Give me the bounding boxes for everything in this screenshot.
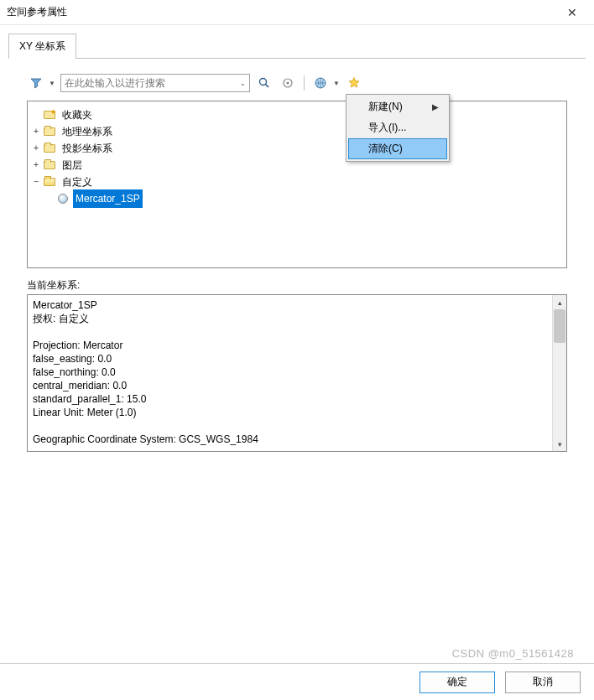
crs-std-parallel: standard_parallel_1: 15.0 xyxy=(33,393,146,405)
favorite-star-icon[interactable] xyxy=(345,74,363,92)
crs-projection: Projection: Mercator xyxy=(33,340,122,351)
folder-open-icon xyxy=(43,176,56,188)
globe-icon[interactable] xyxy=(311,74,330,92)
tree-node-layers[interactable]: + 图层 xyxy=(31,157,563,174)
menu-item-new[interactable]: 新建(N) ▶ xyxy=(348,96,447,117)
folder-icon xyxy=(43,159,56,171)
filter-icon[interactable] xyxy=(27,74,45,92)
svg-point-3 xyxy=(286,81,289,84)
dialog-button-bar: 确定 取消 xyxy=(0,663,594,700)
scroll-thumb[interactable] xyxy=(554,309,565,343)
scroll-down-icon[interactable]: ▾ xyxy=(553,437,566,451)
crs-gcs: Geographic Coordinate System: GCS_WGS_19… xyxy=(33,433,258,445)
tab-xy-coords[interactable]: XY 坐标系 xyxy=(8,34,76,59)
tree-label: 自定义 xyxy=(60,173,95,191)
tab-strip: XY 坐标系 xyxy=(0,25,594,59)
tree-label: 地理坐标系 xyxy=(60,122,115,141)
locate-icon[interactable] xyxy=(279,74,297,92)
crs-central-meridian: central_meridian: 0.0 xyxy=(33,380,127,391)
menu-item-clear[interactable]: 清除(C) xyxy=(348,138,447,159)
scroll-up-icon[interactable]: ▴ xyxy=(553,295,566,309)
crs-tree: + 收藏夹 + 地理坐标系 + 投影坐标系 + 图层 − 自定义 + Merca… xyxy=(27,101,567,268)
watermark: CSDN @m0_51561428 xyxy=(452,647,574,660)
menu-item-import[interactable]: 导入(I)... xyxy=(348,117,447,138)
search-input-wrapper: ⌄ xyxy=(60,74,250,92)
tree-label: 图层 xyxy=(60,156,85,174)
svg-line-1 xyxy=(265,85,268,88)
chevron-right-icon: ▶ xyxy=(432,102,439,111)
tree-toggle[interactable]: + xyxy=(31,157,41,174)
details-scrollbar[interactable]: ▴ ▾ xyxy=(552,295,566,451)
crs-linear-unit: Linear Unit: Meter (1.0) xyxy=(33,407,136,418)
search-input[interactable] xyxy=(65,77,237,89)
tree-label: 收藏夹 xyxy=(60,106,95,124)
menu-item-label: 导入(I)... xyxy=(368,121,406,135)
toolbar-separator xyxy=(304,75,305,91)
favorites-folder-icon xyxy=(43,109,56,121)
tree-toggle[interactable]: − xyxy=(31,174,41,190)
folder-icon xyxy=(43,126,56,137)
close-icon[interactable]: ✕ xyxy=(560,3,584,23)
filter-dropdown-icon[interactable]: ▼ xyxy=(49,80,55,87)
toolbar: ▼ ⌄ ▼ 新建(N) ▶ 导入(I)... xyxy=(27,74,567,92)
menu-item-label: 清除(C) xyxy=(368,142,403,156)
crs-details-box: Mercator_1SP 授权: 自定义 Projection: Mercato… xyxy=(27,294,567,452)
search-dropdown-icon[interactable]: ⌄ xyxy=(237,80,246,87)
tree-label: Mercator_1SP xyxy=(73,189,143,208)
globe-dropdown-icon[interactable]: ▼ xyxy=(333,80,340,87)
current-crs-label: 当前坐标系: xyxy=(27,278,567,293)
crs-name: Mercator_1SP xyxy=(33,299,97,311)
content-area: ▼ ⌄ ▼ 新建(N) ▶ 导入(I)... xyxy=(0,59,594,452)
crs-details-text: Mercator_1SP 授权: 自定义 Projection: Mercato… xyxy=(28,295,552,451)
window-title: 空间参考属性 xyxy=(7,5,67,19)
tree-node-mercator-1sp[interactable]: + Mercator_1SP xyxy=(44,190,563,207)
tree-node-favorites[interactable]: + 收藏夹 xyxy=(31,106,563,123)
crs-authority: 授权: 自定义 xyxy=(33,313,89,324)
tree-node-custom[interactable]: − 自定义 xyxy=(31,174,563,190)
titlebar: 空间参考属性 ✕ xyxy=(0,0,594,25)
crs-globe-icon xyxy=(56,193,70,205)
tree-node-projected[interactable]: + 投影坐标系 xyxy=(31,140,563,157)
cancel-button[interactable]: 取消 xyxy=(505,671,581,693)
globe-dropdown-menu: 新建(N) ▶ 导入(I)... 清除(C) xyxy=(346,94,450,162)
tree-toggle[interactable]: + xyxy=(31,140,41,157)
crs-false-easting: false_easting: 0.0 xyxy=(33,353,112,365)
tree-toggle[interactable]: + xyxy=(31,123,41,140)
tree-label: 投影坐标系 xyxy=(60,139,115,158)
search-icon[interactable] xyxy=(255,74,274,92)
menu-item-label: 新建(N) xyxy=(368,100,403,114)
tree-node-geographic[interactable]: + 地理坐标系 xyxy=(31,123,563,140)
svg-point-0 xyxy=(259,79,266,86)
folder-icon xyxy=(43,143,56,154)
ok-button[interactable]: 确定 xyxy=(419,671,495,693)
crs-false-northing: false_northing: 0.0 xyxy=(33,366,116,378)
scroll-track[interactable] xyxy=(553,309,566,437)
